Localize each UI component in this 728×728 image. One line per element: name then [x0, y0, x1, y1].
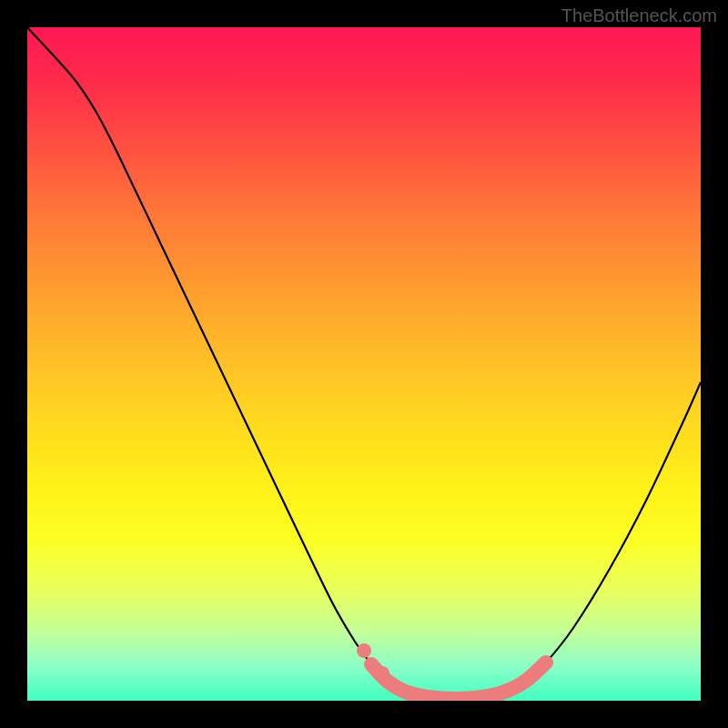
curve-svg — [27, 27, 701, 701]
highlight-band — [371, 662, 546, 699]
highlight-dot — [357, 643, 371, 658]
bottleneck-curve — [27, 27, 701, 699]
watermark-text: TheBottleneck.com — [561, 5, 717, 26]
plot-area — [27, 27, 701, 701]
highlight-dot — [375, 666, 389, 681]
chart-container: TheBottleneck.com — [0, 0, 728, 728]
